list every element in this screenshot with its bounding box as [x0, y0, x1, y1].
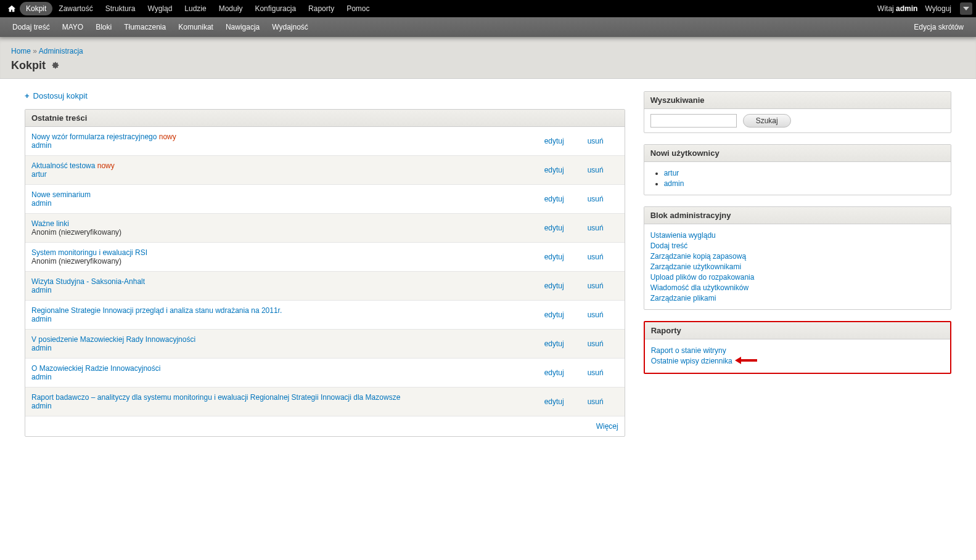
toolbar-kokpit[interactable]: Kokpit [20, 2, 52, 15]
welcome-text: Witaj admin [874, 4, 921, 13]
shortcut-item[interactable]: Tłumaczenia [118, 19, 172, 35]
toolbar-konfiguracja[interactable]: Konfiguracja [248, 2, 302, 15]
toolbar-toggle-icon[interactable] [960, 2, 972, 15]
edit-link[interactable]: edytuj [544, 310, 564, 319]
content-link[interactable]: O Mazowieckiej Radzie Innowacyjności [31, 364, 160, 373]
logout-link[interactable]: Wyloguj [921, 4, 955, 13]
table-row: V posiedzenie Mazowieckiej Rady Innowacy… [25, 330, 625, 359]
table-row: Ważne linkiAnonim (niezweryfikowany)edyt… [25, 214, 625, 243]
breadcrumb-admin[interactable]: Administracja [39, 47, 83, 55]
reports-panel: Raporty Raport o stanie witrynyOstatnie … [644, 321, 951, 374]
edit-link[interactable]: edytuj [544, 137, 564, 145]
edit-link[interactable]: edytuj [544, 368, 564, 377]
edit-shortcuts[interactable]: Edycja skrótów [908, 19, 970, 35]
table-row: Raport badawczo – analityczy dla systemu… [25, 388, 625, 416]
recent-content-title: Ostatnie treści [25, 110, 625, 127]
search-input[interactable] [650, 114, 737, 128]
search-title: Wyszukiwanie [644, 92, 951, 109]
content-link[interactable]: Ważne linki [31, 219, 69, 228]
content-link[interactable]: Nowe seminarium [31, 190, 91, 199]
admin-link[interactable]: Zarządzanie kopią zapasową [650, 252, 746, 261]
delete-link[interactable]: usuń [588, 368, 604, 377]
content-link[interactable]: Aktualność testowa [31, 161, 95, 170]
home-icon[interactable] [7, 4, 16, 13]
arrow-annotation-icon [735, 357, 757, 366]
report-link[interactable]: Ostatnie wpisy dziennika [651, 357, 732, 365]
page-header: Home » Administracja Kokpit [0, 37, 976, 79]
content-link[interactable]: Regionalne Strategie Innowacji przegląd … [31, 306, 282, 315]
admin-block-title: Blok administracyjny [644, 207, 951, 224]
more-link[interactable]: Więcej [596, 422, 618, 431]
new-users-panel: Nowi użytkownicy arturadmin [644, 144, 951, 195]
toolbar-zawartość[interactable]: Zawartość [52, 2, 99, 15]
author-link[interactable]: admin [31, 141, 52, 150]
toolbar-ludzie[interactable]: Ludzie [178, 2, 212, 15]
delete-link[interactable]: usuń [588, 166, 604, 174]
table-row: Regionalne Strategie Innowacji przegląd … [25, 301, 625, 330]
delete-link[interactable]: usuń [588, 224, 604, 232]
author-link[interactable]: admin [31, 286, 52, 294]
content-link[interactable]: Wizyta Studyjna - Saksonia-Anhalt [31, 277, 145, 286]
reports-title: Raporty [645, 322, 950, 339]
author-link[interactable]: admin [31, 373, 52, 381]
toolbar-struktura[interactable]: Struktura [99, 2, 142, 15]
table-row: Aktualność testowa nowyarturedytujusuń [25, 156, 625, 185]
user-link[interactable]: admin [664, 179, 684, 188]
admin-link[interactable]: Ustawienia wyglądu [650, 231, 716, 240]
recent-content-panel: Ostatnie treści Nowy wzór formularza rej… [25, 109, 625, 437]
author-link[interactable]: admin [31, 199, 52, 208]
author-link[interactable]: artur [31, 170, 47, 179]
table-row: Wizyta Studyjna - Saksonia-Anhaltadmined… [25, 272, 625, 301]
edit-link[interactable]: edytuj [544, 166, 564, 174]
new-users-title: Nowi użytkownicy [644, 145, 951, 162]
admin-block-panel: Blok administracyjny Ustawienia wygląduD… [644, 206, 951, 310]
edit-link[interactable]: edytuj [544, 195, 564, 203]
delete-link[interactable]: usuń [588, 397, 604, 406]
content-link[interactable]: Nowy wzór formularza rejestracyjnego [31, 132, 157, 141]
delete-link[interactable]: usuń [588, 310, 604, 319]
report-link[interactable]: Raport o stanie witryny [651, 346, 726, 355]
delete-link[interactable]: usuń [588, 339, 604, 348]
shortcut-item[interactable]: Dodaj treść [6, 19, 56, 35]
content-link[interactable]: System monitoringu i ewaluacji RSI [31, 248, 147, 257]
toolbar-moduły[interactable]: Moduły [213, 2, 249, 15]
edit-link[interactable]: edytuj [544, 339, 564, 348]
author-link[interactable]: admin [31, 402, 52, 410]
content-link[interactable]: V posiedzenie Mazowieckiej Rady Innowacy… [31, 335, 195, 344]
admin-link[interactable]: Wiadomość dla użytkowników [650, 283, 748, 292]
shortcut-item[interactable]: MAYO [56, 19, 89, 35]
table-row: Nowy wzór formularza rejestracyjnego now… [25, 127, 625, 156]
search-button[interactable]: Szukaj [743, 114, 791, 128]
user-link[interactable]: artur [664, 169, 679, 177]
delete-link[interactable]: usuń [588, 195, 604, 203]
toolbar-raporty[interactable]: Raporty [302, 2, 340, 15]
admin-link[interactable]: Dodaj treść [650, 241, 688, 250]
shortcut-item[interactable]: Bloki [89, 19, 118, 35]
admin-link[interactable]: Zarządzanie użytkownikami [650, 262, 741, 271]
content-link[interactable]: Raport badawczo – analityczy dla systemu… [31, 393, 400, 402]
toolbar-pomoc[interactable]: Pomoc [340, 2, 375, 15]
table-row: System monitoringu i ewaluacji RSIAnonim… [25, 243, 625, 272]
delete-link[interactable]: usuń [588, 137, 604, 145]
edit-link[interactable]: edytuj [544, 282, 564, 290]
gear-icon[interactable] [51, 59, 59, 72]
admin-link[interactable]: Upload plików do rozpakowania [650, 273, 755, 282]
shortcut-item[interactable]: Nawigacja [219, 19, 266, 35]
breadcrumb-home[interactable]: Home [11, 47, 31, 55]
customize-dashboard[interactable]: + Dostosuj kokpit [25, 91, 625, 100]
shortcut-item[interactable]: Komunikat [172, 19, 219, 35]
admin-link[interactable]: Zarządzanie plikami [650, 294, 716, 302]
edit-link[interactable]: edytuj [544, 253, 564, 261]
plus-icon: + [25, 91, 30, 100]
breadcrumb: Home » Administracja [11, 47, 965, 55]
author-link[interactable]: admin [31, 344, 52, 352]
edit-link[interactable]: edytuj [544, 397, 564, 406]
toolbar-wygląd[interactable]: Wygląd [141, 2, 178, 15]
shortcut-item[interactable]: Wydajność [266, 19, 314, 35]
delete-link[interactable]: usuń [588, 253, 604, 261]
edit-link[interactable]: edytuj [544, 224, 564, 232]
table-row: O Mazowieckiej Radzie Innowacyjnościadmi… [25, 359, 625, 388]
delete-link[interactable]: usuń [588, 282, 604, 290]
shortcut-bar: Dodaj treśćMAYOBlokiTłumaczeniaKomunikat… [0, 17, 976, 37]
author-link[interactable]: admin [31, 315, 52, 323]
